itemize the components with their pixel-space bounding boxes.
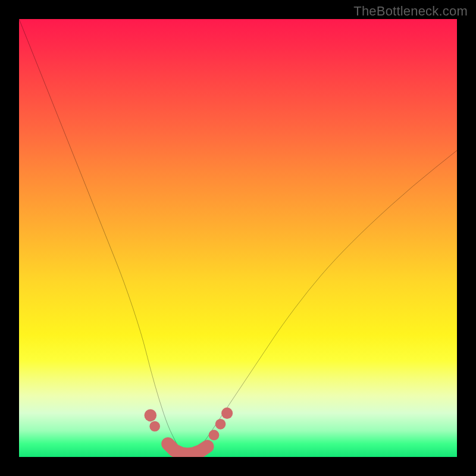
curve-layer [19, 19, 457, 457]
right-dot-lower [209, 430, 220, 440]
plot-area [19, 19, 457, 457]
bottom-sausage [168, 444, 207, 455]
right-dot-mid [215, 419, 226, 430]
chart-frame: TheBottleneck.com [0, 0, 476, 476]
watermark-text: TheBottleneck.com [353, 4, 468, 19]
left-dot-lower [149, 421, 160, 432]
marker-layer [144, 408, 233, 455]
left-dot-upper [144, 409, 156, 422]
bottleneck-curve [19, 19, 457, 457]
right-dot-upper [221, 408, 233, 419]
